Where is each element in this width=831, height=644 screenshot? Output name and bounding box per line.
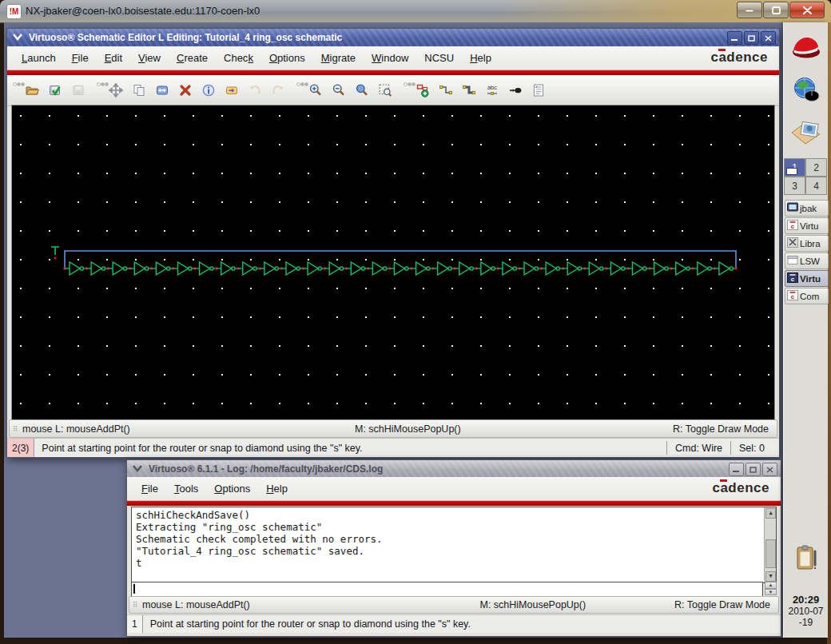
property-editor-button[interactable] <box>527 80 549 101</box>
scroll-thumb[interactable] <box>765 539 776 568</box>
nx-window-titlebar[interactable]: !M NX-jbaker@coen-lx0.boisestate.edu:117… <box>0 0 831 23</box>
zoom-fit-button[interactable] <box>351 80 372 101</box>
log-menu-options[interactable]: Options <box>206 479 258 498</box>
inverter-symbol[interactable] <box>503 262 513 275</box>
inverter-symbol[interactable] <box>676 262 686 275</box>
minimize-button[interactable] <box>737 2 762 18</box>
schematic-menu-ncsu[interactable]: NCSU <box>416 49 462 67</box>
close-button[interactable] <box>789 2 825 18</box>
window-menu-chevron-icon[interactable] <box>12 33 23 42</box>
log-menu-file[interactable]: File <box>133 479 166 498</box>
inverter-symbol[interactable] <box>134 262 145 275</box>
schematic-menu-help[interactable]: Help <box>462 49 499 67</box>
info-button[interactable] <box>197 80 219 101</box>
log-output-area[interactable]: schHiCheckAndSave()Extracting "ring_osc … <box>131 507 777 583</box>
zoom-in-button[interactable] <box>304 80 326 101</box>
workspace-1[interactable]: 1 <box>784 158 805 177</box>
log-window-titlebar[interactable]: Virtuoso® 6.1.1 - Log: /home/faculty/jba… <box>127 460 781 477</box>
inverter-symbol[interactable] <box>243 262 253 275</box>
schematic-menu-launch[interactable]: Launch <box>14 49 64 67</box>
schematic-menu-create[interactable]: Create <box>169 49 216 67</box>
check-and-save-button[interactable] <box>44 80 66 101</box>
create-instance-button[interactable] <box>412 80 433 101</box>
spin-up-icon[interactable]: ▲ <box>765 582 777 589</box>
close-button[interactable] <box>761 31 776 45</box>
inverter-symbol[interactable] <box>416 262 427 275</box>
log-command-input[interactable] <box>131 582 763 597</box>
inverter-symbol[interactable] <box>91 262 101 275</box>
workspace-3[interactable]: 3 <box>784 177 805 195</box>
inverter-symbol[interactable] <box>481 262 491 275</box>
inverter-symbol[interactable] <box>113 262 123 275</box>
move-button[interactable] <box>105 80 126 101</box>
redhat-menu-icon[interactable] <box>789 29 824 66</box>
inverter-symbol[interactable] <box>177 262 188 275</box>
inverter-symbol[interactable] <box>70 262 80 275</box>
maximize-button[interactable] <box>744 31 759 45</box>
log-scrollbar[interactable]: ▲ ▼ <box>764 507 776 582</box>
zoom-out-button[interactable] <box>328 80 349 101</box>
panel-clock[interactable]: 20:29 2010-07 -19 <box>784 594 828 628</box>
scroll-up-icon[interactable]: ▲ <box>765 508 776 519</box>
schematic-menu-migrate[interactable]: Migrate <box>313 49 364 67</box>
task-button-virtu[interactable]: cVirtu <box>785 217 829 234</box>
close-button[interactable] <box>762 463 777 476</box>
log-menu-tools[interactable]: Tools <box>166 479 206 498</box>
navigate-button[interactable] <box>221 80 242 101</box>
inverter-symbol[interactable] <box>394 262 404 275</box>
schematic-canvas[interactable] <box>11 105 775 420</box>
workspace-2[interactable]: 2 <box>805 158 827 177</box>
inverter-symbol[interactable] <box>459 262 470 275</box>
junction-dot[interactable] <box>734 267 738 270</box>
schematic-menu-check[interactable]: Check <box>216 49 261 67</box>
inverter-symbol[interactable] <box>200 262 210 275</box>
copy-button[interactable] <box>128 80 149 101</box>
stretch-button[interactable] <box>151 80 173 101</box>
task-button-virtu[interactable]: cVirtu <box>785 270 829 287</box>
inverter-symbol[interactable] <box>286 262 296 275</box>
minimize-button[interactable] <box>727 31 742 45</box>
ring-oscillator-schematic[interactable] <box>12 105 774 419</box>
clipboard-icon[interactable] <box>792 544 821 571</box>
inverter-symbol[interactable] <box>698 262 708 275</box>
schematic-menu-view[interactable]: View <box>130 49 169 67</box>
create-pin-button[interactable] <box>504 80 526 101</box>
open-button[interactable] <box>21 80 42 101</box>
inverter-symbol[interactable] <box>654 262 665 275</box>
inverter-symbol[interactable] <box>610 262 621 275</box>
inverter-symbol[interactable] <box>351 262 361 275</box>
task-button-lsw[interactable]: LSW <box>785 252 829 269</box>
schematic-menu-file[interactable]: File <box>64 49 97 67</box>
inverter-symbol[interactable] <box>567 262 578 275</box>
inverter-symbol[interactable] <box>589 262 599 275</box>
task-button-jbak[interactable]: jbak <box>785 200 829 217</box>
create-wire-button[interactable] <box>435 80 456 101</box>
inverter-symbol[interactable] <box>329 262 340 275</box>
inverter-symbol[interactable] <box>438 262 448 275</box>
inverter-symbol[interactable] <box>633 262 643 275</box>
workspace-4[interactable]: 4 <box>805 177 827 195</box>
schematic-menu-options[interactable]: Options <box>261 49 313 67</box>
schematic-window-titlebar[interactable]: Virtuoso® Schematic Editor L Editing: Tu… <box>7 29 779 46</box>
inverter-symbol[interactable] <box>372 262 383 275</box>
create-wide-wire-button[interactable] <box>458 80 479 101</box>
schematic-menu-window[interactable]: Window <box>364 49 416 67</box>
inverter-symbol[interactable] <box>546 262 556 275</box>
inverter-symbol[interactable] <box>221 262 232 275</box>
marker-junction-dot[interactable] <box>54 256 56 259</box>
input-history-spinner[interactable]: ▲ ▼ <box>765 582 777 595</box>
zoom-select-button[interactable] <box>374 80 396 101</box>
create-wire-name-button[interactable]: abc <box>481 80 503 101</box>
window-menu-chevron-icon[interactable] <box>132 464 143 474</box>
log-menu-help[interactable]: Help <box>258 479 296 498</box>
delete-button[interactable] <box>174 80 196 101</box>
maximize-button[interactable] <box>763 2 789 18</box>
inverter-symbol[interactable] <box>156 262 166 275</box>
scroll-down-icon[interactable]: ▼ <box>765 571 776 582</box>
task-button-com[interactable]: cCom <box>785 288 829 304</box>
web-browser-icon[interactable] <box>789 72 824 109</box>
inverter-symbol[interactable] <box>308 262 318 275</box>
spin-down-icon[interactable]: ▼ <box>765 589 777 596</box>
inverter-symbol[interactable] <box>524 262 535 275</box>
mail-icon[interactable] <box>789 115 824 152</box>
